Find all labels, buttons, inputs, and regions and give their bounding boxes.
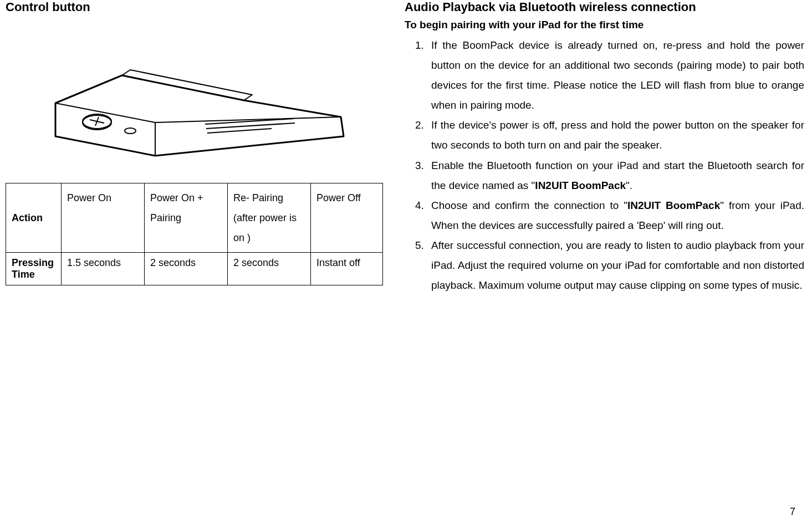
- step-text: Choose and confirm the connection to ": [431, 200, 627, 211]
- list-item: If the device's power is off, press and …: [427, 115, 804, 155]
- right-heading: Audio Playback via Bluetooth wireless co…: [405, 0, 804, 14]
- cell-power-on: Power On: [62, 183, 145, 253]
- list-item: After successful connection, you are rea…: [427, 236, 804, 295]
- cell-re-pairing: Re- Pairing (after power is on ): [228, 183, 311, 253]
- step-text: After successful connection, you are rea…: [431, 239, 804, 291]
- steps-list: If the BoomPack device is already turned…: [405, 35, 804, 295]
- page-number: 7: [790, 506, 795, 518]
- svg-line-7: [207, 129, 272, 133]
- table-row: Action Power On Power On + Pairing Re- P…: [6, 183, 383, 253]
- control-button-table: Action Power On Power On + Pairing Re- P…: [6, 183, 383, 285]
- cell-power-off: Power Off: [311, 183, 383, 253]
- row-label-pressing-time: Pressing Time: [6, 253, 62, 285]
- step-text: ".: [626, 180, 632, 191]
- device-name-bold: IN2UIT BoomPack: [535, 180, 626, 191]
- svg-point-4: [125, 128, 136, 134]
- device-illustration: [33, 25, 382, 166]
- list-item: Choose and confirm the connection to "IN…: [427, 196, 804, 236]
- svg-line-6: [206, 123, 295, 129]
- step-text: If the BoomPack device is already turned…: [431, 39, 804, 111]
- device-name-bold: IN2UIT BoomPack: [627, 200, 720, 211]
- row-label-action: Action: [6, 183, 62, 253]
- cell-time-3: 2 seconds: [228, 253, 311, 285]
- cell-time-1: 1.5 seconds: [62, 253, 145, 285]
- right-subheading: To begin pairing with your iPad for the …: [405, 19, 804, 31]
- step-text: If the device's power is off, press and …: [431, 119, 804, 151]
- cell-time-2: 2 seconds: [145, 253, 228, 285]
- list-item: Enable the Bluetooth function on your iP…: [427, 156, 804, 196]
- cell-power-on-pairing: Power On + Pairing: [145, 183, 228, 253]
- cell-time-4: Instant off: [311, 253, 383, 285]
- table-row: Pressing Time 1.5 seconds 2 seconds 2 se…: [6, 253, 383, 285]
- left-heading: Control button: [6, 0, 382, 14]
- list-item: If the BoomPack device is already turned…: [427, 35, 804, 115]
